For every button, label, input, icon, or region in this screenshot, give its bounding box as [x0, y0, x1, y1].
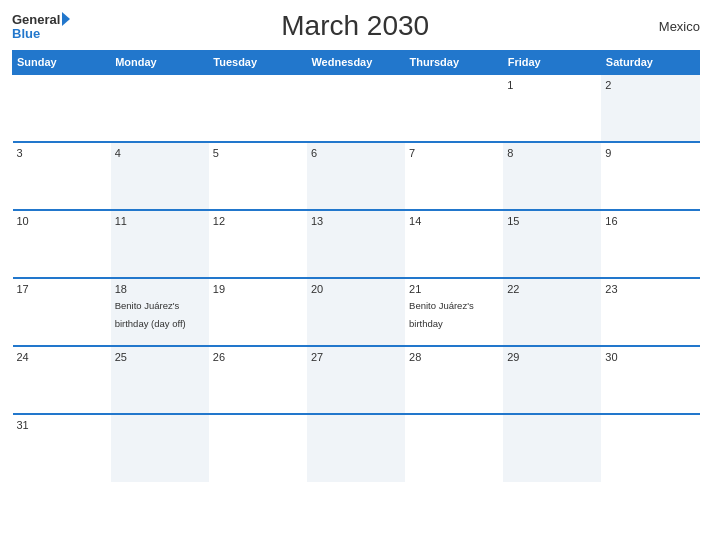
- calendar-cell: 2: [601, 74, 699, 142]
- day-number: 29: [507, 351, 597, 363]
- calendar-cell: 25: [111, 346, 209, 414]
- week-row-1: 12: [13, 74, 700, 142]
- calendar-cell: 10: [13, 210, 111, 278]
- day-number: 8: [507, 147, 597, 159]
- day-number: 1: [507, 79, 597, 91]
- day-number: 30: [605, 351, 695, 363]
- logo-blue-text: Blue: [12, 27, 70, 40]
- calendar-cell: [111, 74, 209, 142]
- logo-flag-icon: [62, 12, 70, 26]
- day-number: 13: [311, 215, 401, 227]
- calendar-cell: 11: [111, 210, 209, 278]
- calendar-cell: 3: [13, 142, 111, 210]
- calendar-cell: 19: [209, 278, 307, 346]
- day-number: 16: [605, 215, 695, 227]
- week-row-3: 10111213141516: [13, 210, 700, 278]
- day-number: 22: [507, 283, 597, 295]
- calendar-cell: 14: [405, 210, 503, 278]
- weekday-header-monday: Monday: [111, 51, 209, 75]
- day-number: 3: [17, 147, 107, 159]
- calendar-cell: [601, 414, 699, 482]
- weekday-header-tuesday: Tuesday: [209, 51, 307, 75]
- calendar-cell: 31: [13, 414, 111, 482]
- calendar-cell: 28: [405, 346, 503, 414]
- day-number: 25: [115, 351, 205, 363]
- calendar-cell: [405, 74, 503, 142]
- calendar-title: March 2030: [70, 10, 640, 42]
- day-number: 2: [605, 79, 695, 91]
- day-number: 26: [213, 351, 303, 363]
- calendar-cell: 12: [209, 210, 307, 278]
- header: General Blue March 2030 Mexico: [12, 10, 700, 42]
- calendar-cell: 7: [405, 142, 503, 210]
- calendar-cell: 18Benito Juárez's birthday (day off): [111, 278, 209, 346]
- day-number: 7: [409, 147, 499, 159]
- calendar-cell: [307, 414, 405, 482]
- calendar-cell: [209, 414, 307, 482]
- logo-general-text: General: [12, 13, 60, 26]
- day-number: 17: [17, 283, 107, 295]
- calendar-cell: 1: [503, 74, 601, 142]
- logo: General Blue: [12, 13, 70, 40]
- day-number: 11: [115, 215, 205, 227]
- day-number: 4: [115, 147, 205, 159]
- calendar-cell: [503, 414, 601, 482]
- calendar-cell: [111, 414, 209, 482]
- country-label: Mexico: [640, 19, 700, 34]
- calendar-cell: 8: [503, 142, 601, 210]
- calendar-cell: 24: [13, 346, 111, 414]
- weekday-header-thursday: Thursday: [405, 51, 503, 75]
- day-number: 14: [409, 215, 499, 227]
- calendar-cell: [13, 74, 111, 142]
- calendar-cell: 23: [601, 278, 699, 346]
- calendar-cell: 26: [209, 346, 307, 414]
- calendar-cell: 4: [111, 142, 209, 210]
- calendar-cell: 20: [307, 278, 405, 346]
- calendar-cell: 17: [13, 278, 111, 346]
- weekday-header-wednesday: Wednesday: [307, 51, 405, 75]
- calendar-cell: 9: [601, 142, 699, 210]
- day-number: 31: [17, 419, 107, 431]
- day-number: 15: [507, 215, 597, 227]
- calendar-grid: SundayMondayTuesdayWednesdayThursdayFrid…: [12, 50, 700, 482]
- day-number: 21: [409, 283, 499, 295]
- day-number: 5: [213, 147, 303, 159]
- calendar-cell: 22: [503, 278, 601, 346]
- day-number: 18: [115, 283, 205, 295]
- calendar-cell: [209, 74, 307, 142]
- calendar-cell: 13: [307, 210, 405, 278]
- calendar-cell: 27: [307, 346, 405, 414]
- day-number: 9: [605, 147, 695, 159]
- day-number: 10: [17, 215, 107, 227]
- weekday-header-sunday: Sunday: [13, 51, 111, 75]
- day-number: 24: [17, 351, 107, 363]
- calendar-cell: [307, 74, 405, 142]
- day-number: 23: [605, 283, 695, 295]
- week-row-4: 1718Benito Juárez's birthday (day off)19…: [13, 278, 700, 346]
- day-number: 28: [409, 351, 499, 363]
- week-row-2: 3456789: [13, 142, 700, 210]
- calendar-cell: 30: [601, 346, 699, 414]
- day-number: 19: [213, 283, 303, 295]
- day-number: 27: [311, 351, 401, 363]
- calendar-cell: 21Benito Juárez's birthday: [405, 278, 503, 346]
- calendar-cell: 6: [307, 142, 405, 210]
- week-row-6: 31: [13, 414, 700, 482]
- weekday-header-row: SundayMondayTuesdayWednesdayThursdayFrid…: [13, 51, 700, 75]
- calendar-cell: [405, 414, 503, 482]
- calendar-cell: 29: [503, 346, 601, 414]
- day-number: 12: [213, 215, 303, 227]
- event-label: Benito Juárez's birthday: [409, 300, 474, 329]
- event-label: Benito Juárez's birthday (day off): [115, 300, 186, 329]
- week-row-5: 24252627282930: [13, 346, 700, 414]
- weekday-header-friday: Friday: [503, 51, 601, 75]
- day-number: 20: [311, 283, 401, 295]
- day-number: 6: [311, 147, 401, 159]
- calendar-cell: 15: [503, 210, 601, 278]
- calendar-cell: 5: [209, 142, 307, 210]
- weekday-header-saturday: Saturday: [601, 51, 699, 75]
- calendar-wrapper: General Blue March 2030 Mexico SundayMon…: [0, 0, 712, 550]
- calendar-cell: 16: [601, 210, 699, 278]
